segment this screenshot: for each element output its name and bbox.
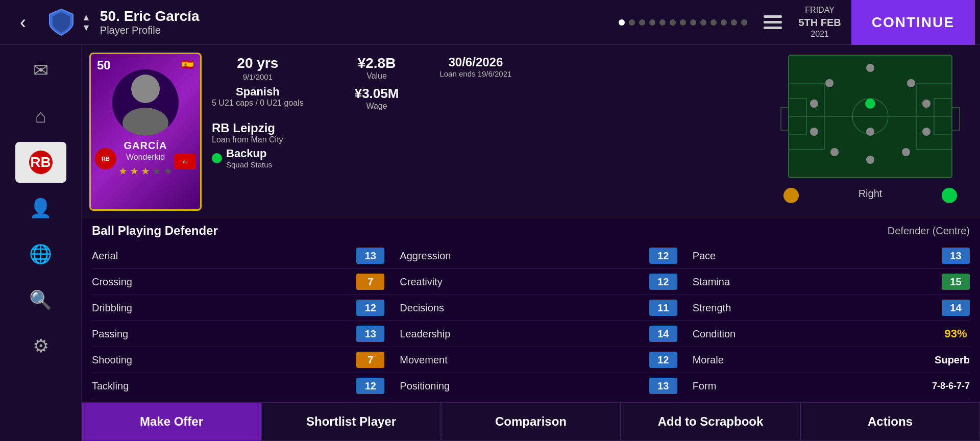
sidebar-item-world[interactable]: 🌐 [15,234,66,275]
contract-group: 30/6/2026 Loan ends 19/6/2021 [439,55,511,78]
attr-name: Shooting [92,354,351,366]
dot-7[interactable] [680,19,686,26]
card-logo-left: RB [95,148,116,169]
attr-row: Crossing7 [92,269,384,295]
bottom-btn-1[interactable]: Shortlist Player [261,402,441,441]
dot-9[interactable] [700,19,706,26]
attr-name: Positioning [400,380,644,392]
pitch-labels: Right [778,185,962,206]
position-name: Ball Playing Defender [92,224,218,238]
continue-button[interactable]: CONTINUE [851,0,975,45]
dot-13[interactable] [741,19,747,26]
bottom-btn-3[interactable]: Add to Scrapbook [621,402,800,441]
bottom-btn-4[interactable]: Actions [800,402,980,441]
world-icon: 🌐 [29,243,52,265]
card-flag: 🇪🇸 [181,58,194,70]
dot-3[interactable] [639,19,645,26]
dot-12[interactable] [731,19,737,26]
attr-name: Pace [693,250,937,262]
age-value: 20 yrs [237,55,278,71]
main-content: 50 🇪🇸 RB BL GARCÍA Wonderkid ★ ★ ★ ★ ★ [82,45,980,402]
attr-value: 7 [356,352,384,368]
pitch-container: Right [768,53,972,211]
header-right: FRIDAY 5TH FEB 2021 CONTINUE [757,0,975,45]
squad-label: Squad Status [226,160,272,169]
settings-icon: ⚙ [33,335,49,357]
svg-rect-12 [781,108,789,130]
svg-rect-0 [764,15,782,18]
bottom-btn-0[interactable]: Make Offer [82,402,261,441]
contract-end: 30/6/2026 [449,55,503,69]
svg-point-14 [866,64,874,72]
svg-point-24 [865,99,875,109]
sidebar-item-settings[interactable]: ⚙ [15,326,66,366]
pitch-label-left [783,188,799,203]
player-card: 50 🇪🇸 RB BL GARCÍA Wonderkid ★ ★ ★ ★ ★ [89,53,202,211]
attr-value: 13 [356,248,384,264]
stats-row-top: 20 yrs 9/1/2001 Spanish 5 U21 caps / 0 U… [212,55,758,111]
nav-arrows: ▲ ▼ [82,13,91,32]
dot-4[interactable] [649,19,655,26]
profile-icon: 👤 [29,198,52,219]
shield-icon [46,7,77,38]
svg-point-23 [902,148,910,156]
svg-point-25 [866,156,874,164]
attr-name: Dribbling [92,302,351,314]
dot-1[interactable] [619,19,625,26]
status-dot [212,153,222,163]
dot-6[interactable] [670,19,676,26]
attr-row: Passing13 [92,321,384,347]
dot-11[interactable] [721,19,727,26]
dot-5[interactable] [659,19,666,26]
sidebar-item-mail[interactable]: ✉ [15,50,66,91]
sidebar-item-home[interactable]: ⌂ [15,96,66,137]
back-button[interactable]: ‹ [5,5,41,40]
attr-name: Condition [693,328,937,340]
attr-row: Tackling12 [92,373,384,399]
pitch-diagram [778,53,962,185]
loan-info: Loan ends 19/6/2021 [439,69,511,78]
attr-name: Creativity [400,276,644,288]
header: ‹ ▲ ▼ 50. Eric García Player Profile [0,0,980,45]
nationality: Spanish [236,85,280,98]
club-section: RB Leipzig Loan from Man City Backup Squ… [212,121,758,169]
sidebar: ✉ ⌂ RB 👤 🌐 🔍 ⚙ [0,45,82,441]
age-group: 20 yrs 9/1/2001 Spanish 5 U21 caps / 0 U… [212,55,304,108]
attributes-header: Ball Playing Defender Defender (Centre) [92,224,970,238]
dot-8[interactable] [690,19,696,26]
svg-point-15 [825,79,834,87]
attr-value: 93% [942,326,970,342]
sidebar-item-search[interactable]: 🔍 [15,280,66,321]
attr-row: MoraleSuperb [677,347,970,373]
attr-row: Leadership14 [384,321,677,347]
menu-button[interactable] [757,7,788,38]
dot-10[interactable] [710,19,717,26]
attr-name: Passing [92,328,351,340]
player-profile-sub: Player Profile [100,24,609,36]
attr-column-2: Pace13Stamina15Strength14Condition93%Mor… [677,243,970,425]
attr-value: 14 [942,300,970,316]
dots-navigation [619,19,747,26]
attr-value: 12 [649,248,677,264]
sidebar-item-profile[interactable]: 👤 [15,188,66,229]
player-info-section: 50 🇪🇸 RB BL GARCÍA Wonderkid ★ ★ ★ ★ ★ [82,45,980,218]
attr-row: Aerial13 [92,243,384,269]
position-type: Defender (Centre) [888,225,970,237]
attr-row: Decisions11 [384,295,677,321]
attr-name: Form [693,380,927,392]
star-5: ★ [163,165,173,177]
dot-2[interactable] [629,19,635,26]
card-logo-right: BL [175,154,196,169]
loan-from: Loan from Man City [212,135,758,144]
attr-name: Morale [693,354,929,366]
attr-column-0: Aerial13Crossing7Dribbling12Passing13Sho… [92,243,384,425]
attr-row: Dribbling12 [92,295,384,321]
card-number: 50 [97,58,111,72]
sidebar-item-club[interactable]: RB [15,142,66,183]
attr-row: Creativity12 [384,269,677,295]
attributes-section: Ball Playing Defender Defender (Centre) … [82,218,980,430]
attr-value: 12 [356,300,384,316]
card-avatar [112,69,179,136]
bottom-btn-2[interactable]: Comparison [441,402,621,441]
attr-value: 12 [356,378,384,394]
